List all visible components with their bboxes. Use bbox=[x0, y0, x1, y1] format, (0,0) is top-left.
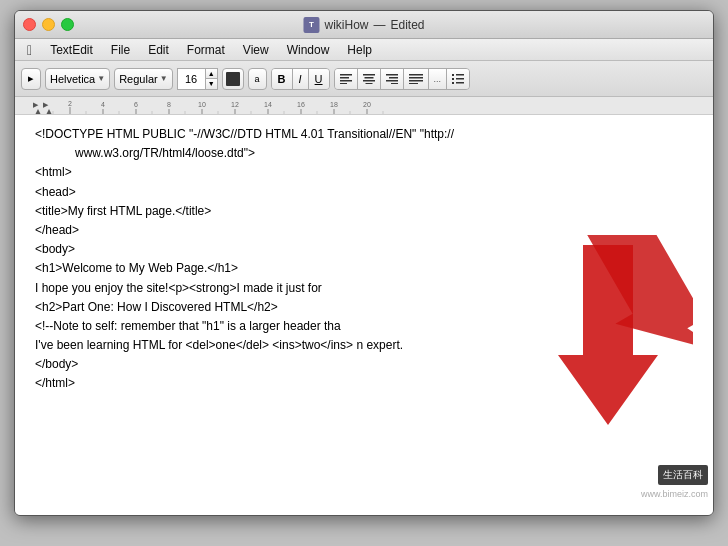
line-9: I hope you enjoy the site!<p><strong>I m… bbox=[35, 279, 693, 298]
minimize-button[interactable] bbox=[42, 18, 55, 31]
document-content[interactable]: <!DOCTYPE HTML PUBLIC "-//W3C//DTD HTML … bbox=[15, 115, 713, 515]
svg-rect-5 bbox=[364, 77, 373, 79]
font-style-arrow: ▼ bbox=[160, 74, 168, 83]
svg-rect-18 bbox=[452, 78, 454, 80]
line-11: <!--Note to self: remember that "h1" is … bbox=[35, 317, 693, 336]
list-button[interactable] bbox=[447, 69, 469, 89]
line-2: www.w3.org/TR/html4/loose.dtd"> bbox=[35, 144, 693, 163]
svg-rect-1 bbox=[340, 77, 349, 79]
line-14: </html> bbox=[35, 374, 693, 393]
align-center-button[interactable] bbox=[358, 69, 381, 89]
svg-rect-0 bbox=[340, 74, 352, 76]
menu-view[interactable]: View bbox=[235, 41, 277, 59]
svg-text:14: 14 bbox=[264, 101, 272, 108]
font-size-control: ▲ ▼ bbox=[177, 68, 218, 90]
svg-rect-10 bbox=[386, 80, 398, 82]
font-family-section: Helvetica ▼ bbox=[45, 68, 110, 90]
menu-window[interactable]: Window bbox=[279, 41, 338, 59]
color-swatch bbox=[226, 72, 240, 86]
svg-rect-6 bbox=[363, 80, 375, 82]
line-1: <!DOCTYPE HTML PUBLIC "-//W3C//DTD HTML … bbox=[35, 125, 693, 144]
svg-rect-2 bbox=[340, 80, 352, 82]
svg-text:10: 10 bbox=[198, 101, 206, 108]
svg-rect-20 bbox=[452, 82, 454, 84]
bold-button[interactable]: B bbox=[272, 69, 293, 89]
toolbar: ▸ Helvetica ▼ Regular ▼ ▲ ▼ a bbox=[15, 61, 713, 97]
line-3: <html> bbox=[35, 163, 693, 182]
svg-text:18: 18 bbox=[330, 101, 338, 108]
menu-file[interactable]: File bbox=[103, 41, 138, 59]
small-a-button[interactable]: a bbox=[248, 68, 267, 90]
document-title: wikiHow bbox=[324, 18, 368, 32]
menu-format[interactable]: Format bbox=[179, 41, 233, 59]
font-size-steppers: ▲ ▼ bbox=[205, 68, 218, 90]
line-5: <title>My first HTML page.</title> bbox=[35, 202, 693, 221]
apple-menu[interactable]:  bbox=[19, 40, 40, 60]
font-family-label: Helvetica bbox=[50, 73, 95, 85]
watermark-badge: 生活百科 bbox=[658, 465, 708, 485]
svg-text:20: 20 bbox=[363, 101, 371, 108]
app-icon: T bbox=[303, 17, 319, 33]
menu-help[interactable]: Help bbox=[339, 41, 380, 59]
document-status: Edited bbox=[390, 18, 424, 32]
format-buttons: B I U bbox=[271, 68, 330, 90]
svg-text:12: 12 bbox=[231, 101, 239, 108]
line-10: <h2>Part One: How I Discovered HTML</h2> bbox=[35, 298, 693, 317]
app-window: T wikiHow — Edited  TextEdit File Edit … bbox=[14, 10, 714, 516]
svg-rect-14 bbox=[409, 80, 423, 82]
line-6: </head> bbox=[35, 221, 693, 240]
title-separator: — bbox=[373, 18, 385, 32]
menu-textedit[interactable]: TextEdit bbox=[42, 41, 101, 59]
svg-text:16: 16 bbox=[297, 101, 305, 108]
svg-rect-15 bbox=[409, 83, 418, 84]
svg-rect-13 bbox=[409, 77, 423, 79]
toggle-button[interactable]: ▸ bbox=[21, 68, 41, 90]
maximize-button[interactable] bbox=[61, 18, 74, 31]
line-4: <head> bbox=[35, 183, 693, 202]
line-7: <body> bbox=[35, 240, 693, 259]
svg-rect-7 bbox=[365, 83, 372, 84]
svg-rect-11 bbox=[391, 83, 398, 84]
align-left-button[interactable] bbox=[335, 69, 358, 89]
font-size-down[interactable]: ▼ bbox=[206, 79, 217, 89]
svg-rect-17 bbox=[456, 74, 464, 76]
align-justify-button[interactable] bbox=[404, 69, 429, 89]
font-style-section: Regular ▼ bbox=[114, 68, 172, 90]
svg-rect-4 bbox=[363, 74, 375, 76]
color-picker[interactable] bbox=[222, 68, 244, 90]
svg-text:6: 6 bbox=[134, 101, 138, 108]
font-family-arrow: ▼ bbox=[97, 74, 105, 83]
line-12: I've been learning HTML for <del>one</de… bbox=[35, 336, 693, 355]
traffic-lights bbox=[23, 18, 74, 31]
small-a-icon: a bbox=[255, 74, 260, 84]
svg-text:2: 2 bbox=[68, 100, 72, 107]
align-right-button[interactable] bbox=[381, 69, 404, 89]
svg-rect-19 bbox=[456, 78, 464, 80]
ruler: /* rendered via CSS */ ▶ ▶ 2 4 6 8 10 bbox=[15, 97, 713, 115]
font-size-up[interactable]: ▲ bbox=[206, 69, 217, 80]
italic-button[interactable]: I bbox=[293, 69, 309, 89]
close-button[interactable] bbox=[23, 18, 36, 31]
toggle-icon: ▸ bbox=[28, 72, 34, 85]
svg-rect-16 bbox=[452, 74, 454, 76]
svg-rect-21 bbox=[456, 82, 464, 84]
window-title: T wikiHow — Edited bbox=[303, 17, 424, 33]
svg-text:8: 8 bbox=[167, 101, 171, 108]
svg-rect-9 bbox=[389, 77, 398, 79]
svg-rect-12 bbox=[409, 74, 423, 76]
font-family-dropdown[interactable]: Helvetica ▼ bbox=[45, 68, 110, 90]
watermark-url: www.bimeiz.com bbox=[641, 487, 708, 501]
menu-edit[interactable]: Edit bbox=[140, 41, 177, 59]
svg-text:4: 4 bbox=[101, 101, 105, 108]
title-bar: T wikiHow — Edited bbox=[15, 11, 713, 39]
align-buttons: ... bbox=[334, 68, 471, 90]
line-8: <h1>Welcome to My Web Page.</h1> bbox=[35, 259, 693, 278]
line-13: </body> bbox=[35, 355, 693, 374]
svg-rect-3 bbox=[340, 83, 347, 84]
more-button[interactable]: ... bbox=[429, 69, 448, 89]
underline-button[interactable]: U bbox=[309, 69, 329, 89]
menu-bar:  TextEdit File Edit Format View Window … bbox=[15, 39, 713, 61]
font-style-dropdown[interactable]: Regular ▼ bbox=[114, 68, 172, 90]
font-size-input[interactable] bbox=[177, 68, 205, 90]
svg-rect-8 bbox=[386, 74, 398, 76]
